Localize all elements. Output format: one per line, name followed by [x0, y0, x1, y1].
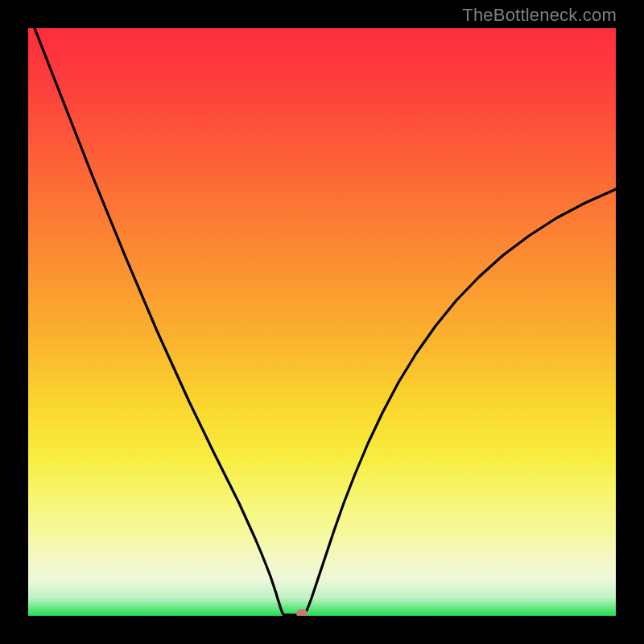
chart-frame: TheBottleneck.com — [0, 0, 644, 644]
watermark-text: TheBottleneck.com — [462, 5, 617, 26]
min-marker — [296, 609, 308, 616]
curve-layer — [28, 28, 616, 616]
plot-area — [28, 28, 616, 616]
bottleneck-curve — [28, 28, 616, 615]
